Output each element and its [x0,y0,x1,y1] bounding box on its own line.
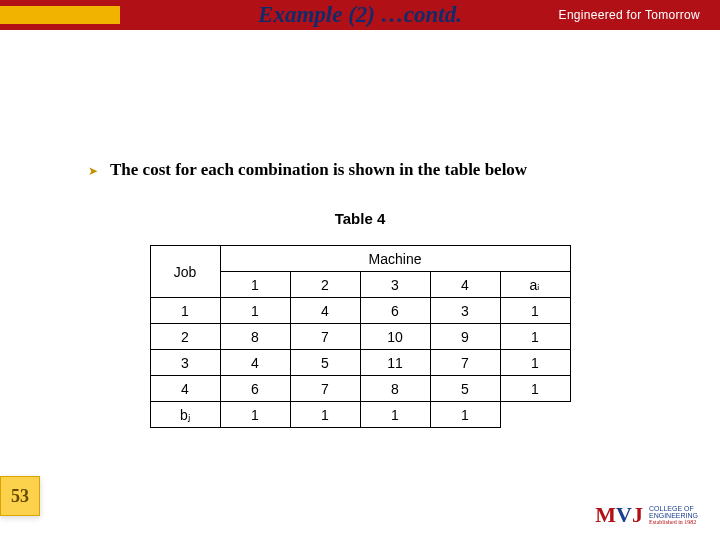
slide-title: Example (2) …contd. [0,2,720,28]
cell: 4 [290,298,360,324]
logo-established: Established in 1982 [649,519,698,525]
cell: 6 [360,298,430,324]
logo-subtext: ENGINEERING [649,512,698,519]
body: ➤ The cost for each combination is shown… [88,160,650,180]
logo-letter: V [616,502,632,527]
cell: 1 [430,402,500,428]
table-row: 1 1 4 6 3 1 [150,298,570,324]
cell: 7 [290,324,360,350]
cell: 3 [150,350,220,376]
slide: Engineered for Tomorrow Example (2) …con… [0,0,720,540]
cell: 1 [500,350,570,376]
logo-letter: J [632,502,643,527]
cell: 7 [290,376,360,402]
cell: 11 [360,350,430,376]
logo-letter: M [595,502,616,527]
row-header: Job [150,246,220,298]
cell: bⱼ [150,402,220,428]
cell: 3 [430,298,500,324]
col-header: 1 [220,272,290,298]
cost-table: Job Machine 1 2 3 4 aᵢ 1 1 4 6 3 1 2 8 [150,245,571,428]
cell: 1 [220,402,290,428]
col-group: Machine [220,246,570,272]
col-header: 3 [360,272,430,298]
cell: 10 [360,324,430,350]
cell: 1 [500,324,570,350]
cell: 9 [430,324,500,350]
bullet-item: ➤ The cost for each combination is shown… [88,160,650,180]
cell: 5 [290,350,360,376]
table-row: 4 6 7 8 5 1 [150,376,570,402]
cell: 1 [500,376,570,402]
cell-empty [500,402,570,428]
bullet-text: The cost for each combination is shown i… [110,160,527,180]
col-header: 2 [290,272,360,298]
logo-subtext: COLLEGE OF [649,505,698,512]
cell: 4 [220,350,290,376]
cell: 8 [360,376,430,402]
cell: 6 [220,376,290,402]
cell: 1 [290,402,360,428]
cell: 5 [430,376,500,402]
cell: 1 [220,298,290,324]
table-row: 3 4 5 11 7 1 [150,350,570,376]
cell: 1 [360,402,430,428]
table-caption: Table 4 [335,210,386,227]
chevron-icon: ➤ [88,164,98,179]
table-row: 2 8 7 10 9 1 [150,324,570,350]
cell: 1 [150,298,220,324]
college-logo: MVJ COLLEGE OF ENGINEERING Established i… [595,502,698,528]
table-container: Table 4 Job Machine 1 2 3 4 aᵢ 1 1 4 6 3… [0,210,720,428]
col-header: aᵢ [500,272,570,298]
cell: 7 [430,350,500,376]
col-header: 4 [430,272,500,298]
cell: 8 [220,324,290,350]
cell: 2 [150,324,220,350]
table-row: bⱼ 1 1 1 1 [150,402,570,428]
cell: 4 [150,376,220,402]
page-number: 53 [0,476,40,516]
cell: 1 [500,298,570,324]
table-row: Job Machine [150,246,570,272]
